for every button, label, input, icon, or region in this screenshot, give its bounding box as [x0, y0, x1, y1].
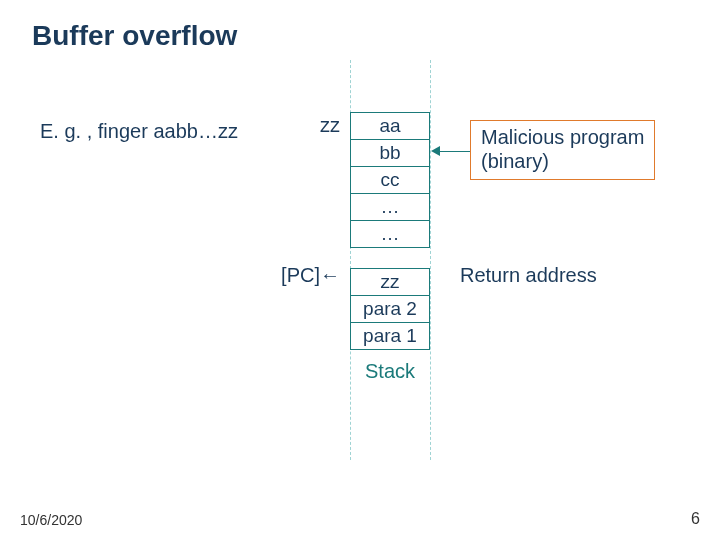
stack-cell-para2: para 2: [350, 295, 430, 322]
stack-cell-dots2: …: [350, 220, 430, 248]
footer-page-number: 6: [691, 510, 700, 528]
malicious-program-box: Malicious program (binary): [470, 120, 655, 180]
left-label-zz: zz: [260, 114, 340, 137]
arrow-left-icon: ←: [320, 264, 340, 286]
example-text: E. g. , finger aabb…zz: [40, 120, 238, 143]
stack-cell-para1: para 1: [350, 322, 430, 350]
arrow-malicious-head-icon: [431, 146, 440, 156]
return-address-label: Return address: [460, 264, 597, 287]
stack-cell-bb: bb: [350, 139, 430, 166]
pc-text: [PC]: [281, 264, 320, 286]
page-title: Buffer overflow: [32, 20, 237, 52]
stack-gap: [350, 248, 430, 268]
stack-cell-zz: zz: [350, 268, 430, 295]
guide-line-right: [430, 60, 431, 460]
stack-cell-dots1: …: [350, 193, 430, 220]
stack-column: aa bb cc … … zz para 2 para 1: [350, 112, 430, 350]
stack-cell-aa: aa: [350, 112, 430, 139]
malicious-line1: Malicious program: [481, 125, 644, 149]
left-label-pc: [PC]←: [230, 264, 340, 287]
stack-label: Stack: [350, 360, 430, 383]
stack-cell-cc: cc: [350, 166, 430, 193]
footer-date: 10/6/2020: [20, 512, 82, 528]
malicious-line2: (binary): [481, 149, 644, 173]
arrow-malicious-line: [440, 151, 470, 152]
